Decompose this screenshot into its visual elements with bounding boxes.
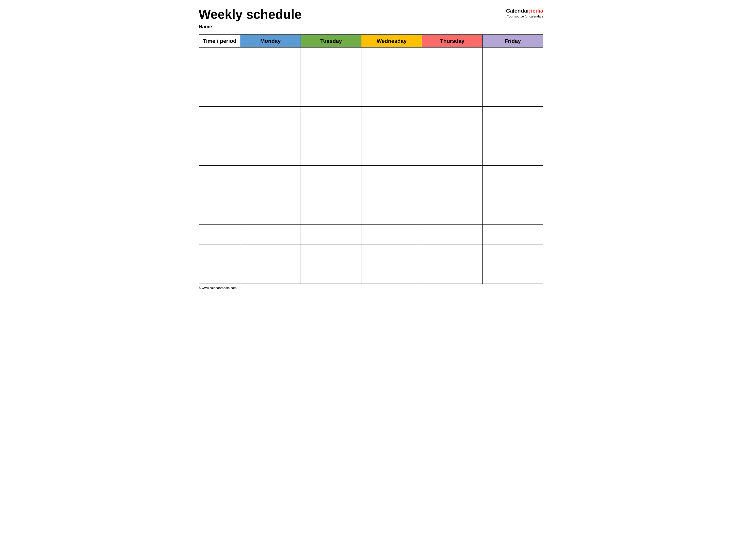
schedule-cell[interactable]: [422, 107, 482, 126]
schedule-cell[interactable]: [361, 48, 422, 67]
schedule-cell[interactable]: [422, 225, 482, 244]
schedule-cell[interactable]: [482, 185, 543, 205]
schedule-cell[interactable]: [422, 146, 482, 166]
table-row: [199, 264, 543, 284]
schedule-cell[interactable]: [482, 67, 543, 87]
schedule-cell[interactable]: [422, 264, 482, 284]
schedule-cell[interactable]: [422, 205, 482, 225]
page-title: Weekly schedule: [199, 7, 302, 21]
schedule-cell[interactable]: [482, 87, 543, 107]
table-body: [199, 48, 543, 284]
schedule-cell[interactable]: [361, 67, 422, 87]
schedule-cell[interactable]: [361, 225, 422, 244]
schedule-cell[interactable]: [301, 67, 361, 87]
name-label: Name:: [199, 24, 214, 29]
table-row: [199, 146, 543, 166]
schedule-cell[interactable]: [361, 185, 422, 205]
table-row: [199, 48, 543, 67]
table-row: [199, 205, 543, 225]
schedule-cell[interactable]: [240, 87, 301, 107]
schedule-cell[interactable]: [361, 126, 422, 146]
time-cell[interactable]: [199, 264, 240, 284]
time-cell[interactable]: [199, 48, 240, 67]
schedule-cell[interactable]: [301, 126, 361, 146]
schedule-cell[interactable]: [482, 166, 543, 185]
schedule-cell[interactable]: [301, 166, 361, 185]
table-row: [199, 166, 543, 185]
time-cell[interactable]: [199, 107, 240, 126]
schedule-cell[interactable]: [361, 146, 422, 166]
schedule-cell[interactable]: [240, 126, 301, 146]
schedule-cell[interactable]: [361, 107, 422, 126]
title-area: Weekly schedule: [199, 7, 302, 21]
schedule-cell[interactable]: [361, 205, 422, 225]
schedule-cell[interactable]: [422, 48, 482, 67]
table-row: [199, 225, 543, 244]
table-row: [199, 107, 543, 126]
schedule-cell[interactable]: [301, 185, 361, 205]
time-cell[interactable]: [199, 185, 240, 205]
time-cell[interactable]: [199, 146, 240, 166]
time-cell[interactable]: [199, 166, 240, 185]
schedule-cell[interactable]: [240, 146, 301, 166]
schedule-cell[interactable]: [301, 107, 361, 126]
schedule-cell[interactable]: [301, 225, 361, 244]
schedule-cell[interactable]: [301, 244, 361, 264]
table-header: Time / period Monday Tuesday Wednesday T…: [199, 35, 543, 48]
schedule-cell[interactable]: [301, 205, 361, 225]
schedule-cell[interactable]: [482, 48, 543, 67]
table-row: [199, 87, 543, 107]
time-cell[interactable]: [199, 225, 240, 244]
schedule-cell[interactable]: [482, 225, 543, 244]
schedule-cell[interactable]: [240, 107, 301, 126]
name-row: Name:: [199, 24, 543, 30]
schedule-cell[interactable]: [301, 146, 361, 166]
page-wrapper: Weekly schedule Calendarpedia Your sourc…: [199, 7, 543, 290]
schedule-cell[interactable]: [422, 67, 482, 87]
schedule-cell[interactable]: [482, 244, 543, 264]
schedule-cell[interactable]: [240, 264, 301, 284]
schedule-cell[interactable]: [240, 205, 301, 225]
schedule-cell[interactable]: [240, 48, 301, 67]
logo-pedia-text: pedia: [529, 8, 543, 14]
schedule-cell[interactable]: [361, 166, 422, 185]
time-cell[interactable]: [199, 205, 240, 225]
schedule-cell[interactable]: [422, 87, 482, 107]
col-header-wednesday: Wednesday: [361, 35, 422, 48]
schedule-cell[interactable]: [240, 185, 301, 205]
schedule-cell[interactable]: [422, 126, 482, 146]
table-row: [199, 67, 543, 87]
schedule-cell[interactable]: [240, 244, 301, 264]
schedule-table: Time / period Monday Tuesday Wednesday T…: [199, 35, 543, 284]
table-row: [199, 126, 543, 146]
logo-calendar-text: Calendar: [506, 8, 529, 14]
schedule-cell[interactable]: [482, 107, 543, 126]
schedule-cell[interactable]: [361, 244, 422, 264]
schedule-cell[interactable]: [422, 185, 482, 205]
schedule-cell[interactable]: [301, 48, 361, 67]
col-header-friday: Friday: [482, 35, 543, 48]
time-cell[interactable]: [199, 244, 240, 264]
schedule-cell[interactable]: [422, 166, 482, 185]
footer-url: © www.calendarpedia.com: [199, 286, 236, 290]
col-header-tuesday: Tuesday: [301, 35, 361, 48]
schedule-cell[interactable]: [240, 67, 301, 87]
logo-tagline: Your source for calendars: [506, 14, 543, 19]
schedule-cell[interactable]: [482, 126, 543, 146]
schedule-cell[interactable]: [482, 146, 543, 166]
schedule-cell[interactable]: [301, 264, 361, 284]
schedule-cell[interactable]: [361, 264, 422, 284]
header-row: Weekly schedule Calendarpedia Your sourc…: [199, 7, 543, 21]
schedule-cell[interactable]: [240, 166, 301, 185]
schedule-cell[interactable]: [361, 87, 422, 107]
schedule-cell[interactable]: [482, 264, 543, 284]
schedule-cell[interactable]: [301, 87, 361, 107]
time-cell[interactable]: [199, 87, 240, 107]
time-cell[interactable]: [199, 126, 240, 146]
time-cell[interactable]: [199, 67, 240, 87]
col-header-thursday: Thursday: [422, 35, 482, 48]
schedule-cell[interactable]: [482, 205, 543, 225]
schedule-cell[interactable]: [422, 244, 482, 264]
schedule-cell[interactable]: [240, 225, 301, 244]
logo-area: Calendarpedia Your source for calendars: [506, 7, 543, 18]
